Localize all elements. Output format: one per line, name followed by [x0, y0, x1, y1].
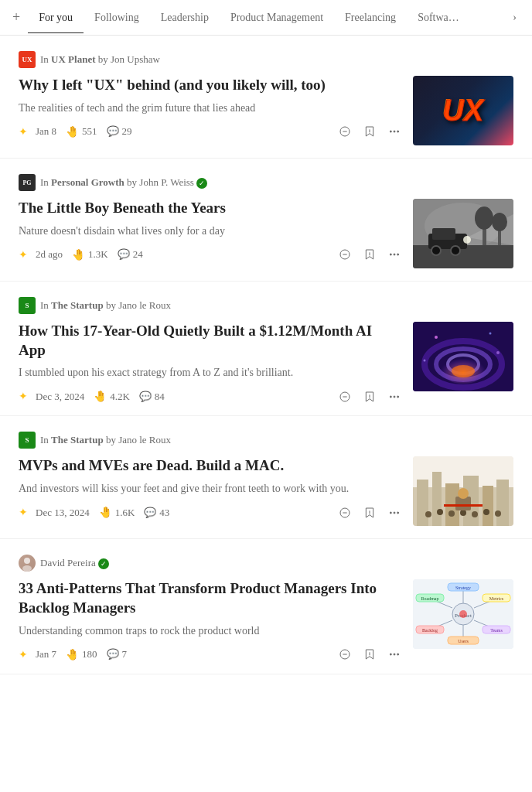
- bookmark-icon: [363, 648, 376, 661]
- svg-point-22: [475, 207, 493, 230]
- article-body: The Little Boy Beneath the YearsNature d…: [19, 199, 513, 268]
- article-thumbnail: UX: [413, 76, 513, 145]
- comment-icon: 💬: [144, 507, 156, 519]
- article-title[interactable]: How This 17-Year-Old Quietly Built a $1.…: [19, 322, 401, 360]
- bookmark-icon: [363, 248, 376, 261]
- nav-tab-freelancing[interactable]: Freelancing: [334, 2, 407, 33]
- hide-article-button[interactable]: [339, 248, 351, 261]
- clap-icon: 🤚: [66, 125, 79, 138]
- more-options-button[interactable]: [388, 125, 401, 138]
- article-meta-top: SIn The Startup by Jano le Roux: [19, 297, 513, 314]
- article-card: PGIn Personal Growth by John P. Weiss ✓T…: [0, 159, 532, 282]
- nav-tab-for-you[interactable]: For you: [28, 2, 84, 33]
- svg-point-28: [390, 396, 391, 398]
- article-subtitle: Nature doesn't disdain what lives only f…: [19, 223, 401, 239]
- clap-count: 🤚 180: [66, 648, 97, 661]
- save-article-button[interactable]: [363, 648, 376, 661]
- nav-tab-product-management[interactable]: Product Management: [220, 2, 334, 33]
- svg-rect-64: [444, 504, 483, 507]
- svg-rect-53: [483, 486, 493, 526]
- svg-point-45: [394, 512, 395, 514]
- svg-point-40: [424, 360, 426, 362]
- svg-rect-54: [496, 480, 509, 526]
- boost-icon: ✦: [19, 648, 28, 661]
- svg-point-56: [437, 509, 443, 515]
- more-options-button[interactable]: [388, 648, 401, 661]
- hide-article-button[interactable]: [339, 648, 351, 661]
- article-subtitle: Understanding common traps to rock the p…: [19, 623, 401, 639]
- svg-point-59: [472, 511, 478, 517]
- nav-tabs: For youFollowingLeadershipProduct Manage…: [28, 2, 510, 33]
- nav-tab-leadership[interactable]: Leadership: [150, 2, 220, 33]
- minus-circle-icon: [339, 248, 351, 261]
- comment-count: 💬 43: [144, 507, 169, 519]
- clap-count: 🤚 4.2K: [94, 390, 130, 403]
- ellipsis-icon: [388, 125, 401, 138]
- article-card: UXIn UX Planet by Jon UpshawWhy I left "…: [0, 36, 532, 159]
- more-options-button[interactable]: [388, 248, 401, 261]
- svg-point-9: [390, 254, 391, 255]
- article-actions: [339, 648, 401, 661]
- svg-text:Strategy: Strategy: [455, 585, 471, 590]
- more-options-button[interactable]: [388, 507, 401, 519]
- svg-point-11: [397, 254, 399, 255]
- svg-text:Backlog: Backlog: [422, 628, 438, 633]
- nav-tab-following[interactable]: Following: [84, 2, 150, 33]
- article-title[interactable]: 33 Anti-Patterns That Transform Product …: [19, 579, 401, 617]
- boost-icon: ✦: [19, 506, 28, 519]
- navigation-bar: + For youFollowingLeadershipProduct Mana…: [0, 0, 532, 36]
- hide-article-button[interactable]: [339, 391, 351, 403]
- clap-icon: 🤚: [94, 390, 107, 403]
- article-actions: [339, 125, 401, 138]
- article-author-line: David Pereira ✓: [40, 557, 109, 569]
- article-body: Why I left "UX" behind (and you likely w…: [19, 76, 513, 145]
- hide-article-button[interactable]: [339, 125, 351, 138]
- article-actions: [339, 391, 401, 403]
- svg-rect-50: [432, 472, 442, 526]
- article-date: Dec 13, 2024: [36, 507, 90, 519]
- article-publication-line: In The Startup by Jano le Roux: [40, 434, 171, 446]
- svg-point-65: [24, 558, 30, 564]
- nav-chevron-button[interactable]: ›: [510, 2, 520, 33]
- article-footer: ✦Dec 13, 2024🤚 1.6K💬 43: [19, 506, 401, 519]
- more-options-button[interactable]: [388, 391, 401, 403]
- article-title[interactable]: Why I left "UX" behind (and you likely w…: [19, 76, 401, 95]
- article-actions: [339, 248, 401, 261]
- svg-point-17: [431, 246, 441, 255]
- article-footer: ✦2d ago🤚 1.3K💬 24: [19, 248, 401, 261]
- article-title[interactable]: MVPs and MVEs are Dead. Build a MAC.: [19, 456, 401, 476]
- svg-point-44: [390, 512, 391, 514]
- comment-count: 💬 24: [118, 248, 143, 261]
- bookmark-icon: [363, 507, 376, 519]
- article-meta-top: UXIn UX Planet by Jon Upshaw: [19, 51, 513, 68]
- comment-icon: 💬: [118, 248, 130, 261]
- svg-point-3: [390, 131, 391, 132]
- article-thumbnail: [413, 456, 513, 526]
- article-body: 33 Anti-Patterns That Transform Product …: [19, 579, 513, 661]
- svg-rect-49: [417, 480, 428, 526]
- svg-point-66: [22, 565, 32, 572]
- ellipsis-icon: [388, 507, 401, 519]
- save-article-button[interactable]: [363, 248, 376, 261]
- article-footer: ✦Jan 8🤚 551💬 29: [19, 125, 401, 138]
- svg-text:Metrics: Metrics: [489, 596, 504, 601]
- save-article-button[interactable]: [363, 507, 376, 519]
- nav-tab-software[interactable]: Softwa…: [407, 2, 470, 33]
- hide-article-button[interactable]: [339, 507, 351, 519]
- clap-count: 🤚 1.3K: [72, 248, 108, 261]
- save-article-button[interactable]: [363, 125, 376, 138]
- comment-count: 💬 7: [107, 648, 128, 661]
- article-title[interactable]: The Little Boy Beneath the Years: [19, 199, 401, 218]
- clap-count: 🤚 1.6K: [99, 506, 135, 519]
- svg-point-4: [394, 131, 395, 132]
- comment-icon: 💬: [107, 125, 119, 138]
- svg-point-39: [496, 351, 500, 354]
- add-topic-button[interactable]: +: [12, 0, 28, 35]
- article-subtitle: And investors will kiss your feet and gi…: [19, 480, 401, 497]
- save-article-button[interactable]: [363, 391, 376, 403]
- article-date: Jan 7: [36, 648, 56, 661]
- svg-point-46: [397, 512, 399, 514]
- minus-circle-icon: [339, 648, 351, 661]
- article-card: SIn The Startup by Jano le RouxHow This …: [0, 282, 532, 416]
- article-text-content: MVPs and MVEs are Dead. Build a MAC.And …: [19, 456, 401, 519]
